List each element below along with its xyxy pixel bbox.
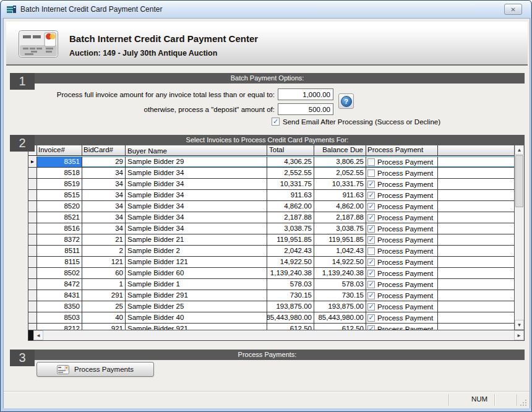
row-selector[interactable] (28, 179, 37, 189)
cell-invoice[interactable]: 8115 (37, 257, 82, 267)
header-balance-due[interactable]: Balance Due (314, 145, 366, 155)
cell-total[interactable]: 911.63 (267, 190, 314, 200)
cell-invoice[interactable]: 8431 (37, 290, 82, 301)
process-payment-checkbox[interactable]: ✓ (367, 203, 375, 210)
cell-bidcard[interactable]: 291 (82, 290, 126, 301)
cell-balance-due[interactable]: 3,806.25 (314, 157, 366, 167)
process-payment-checkbox[interactable]: ✓ (367, 292, 375, 299)
table-row[interactable]: 8511 2 Sample Bidder 2 2,042.43 1,042.43… (28, 246, 515, 257)
cell-balance-due[interactable]: 3,038.75 (314, 223, 366, 234)
cell-balance-due[interactable]: 578.03 (314, 279, 366, 290)
cell-bidcard[interactable]: 40 (82, 312, 126, 323)
process-payment-checkbox[interactable]: ✓ (367, 181, 375, 188)
cell-buyer-name[interactable]: Sample Bidder 34 (126, 190, 267, 200)
cell-invoice[interactable]: 8521 (37, 212, 82, 223)
cell-buyer-name[interactable]: Sample Bidder 25 (126, 301, 267, 312)
vertical-scrollbar[interactable]: ▲ ▼ (514, 145, 524, 330)
cell-bidcard[interactable]: 34 (82, 190, 126, 200)
deposit-amount-input[interactable] (278, 103, 333, 115)
cell-buyer-name[interactable]: Sample Bidder 34 (126, 201, 267, 212)
cell-buyer-name[interactable]: Sample Bidder 29 (126, 157, 267, 167)
row-selector[interactable] (28, 223, 37, 234)
cell-invoice[interactable]: 8511 (37, 246, 82, 256)
cell-invoice[interactable]: 8503 (37, 312, 82, 323)
process-payment-checkbox[interactable]: ✓ (367, 281, 375, 288)
cell-balance-due[interactable]: 2,187.88 (314, 212, 366, 223)
process-payments-button[interactable]: Process Payments (36, 362, 154, 377)
row-selector[interactable] (28, 268, 37, 278)
cell-total[interactable]: 119,951.85 (267, 234, 314, 245)
cell-balance-due[interactable]: 193,875.00 (314, 301, 366, 312)
cell-bidcard[interactable]: 34 (82, 179, 126, 189)
process-payment-checkbox[interactable]: ✓ (367, 170, 375, 177)
cell-bidcard[interactable]: 121 (82, 257, 126, 267)
cell-balance-due[interactable]: 10,331.75 (314, 179, 366, 189)
cell-buyer-name[interactable]: Sample Bidder 34 (126, 179, 267, 189)
cell-invoice[interactable]: 8350 (37, 301, 82, 312)
cell-invoice[interactable]: 8502 (37, 268, 82, 278)
cell-invoice[interactable]: 8519 (37, 179, 82, 189)
cell-balance-due[interactable]: 1,042.43 (314, 246, 366, 256)
cell-balance-due[interactable]: 911.63 (314, 190, 366, 200)
cell-total[interactable]: 2,042.43 (267, 246, 314, 256)
cell-total[interactable]: 10,331.75 (267, 179, 314, 189)
row-selector[interactable]: ► (28, 157, 37, 167)
row-selector[interactable] (28, 290, 37, 301)
horizontal-scrollbar[interactable]: ◄ ► (28, 330, 524, 340)
table-row[interactable]: 8431 291 Sample Bidder 291 730.15 730.15… (28, 290, 515, 301)
row-selector[interactable] (28, 234, 37, 245)
process-payment-checkbox[interactable]: ✓ (367, 314, 375, 322)
process-payment-checkbox[interactable]: ✓ (367, 236, 375, 244)
scroll-left-icon[interactable]: ◄ (33, 330, 43, 340)
cell-buyer-name[interactable]: Sample Bidder 1 (126, 279, 267, 290)
header-invoice[interactable]: Invoice# (37, 145, 82, 155)
cell-total[interactable]: 193,875.00 (267, 301, 314, 312)
cell-bidcard[interactable]: 25 (82, 301, 126, 312)
cell-bidcard[interactable]: 34 (82, 168, 126, 178)
process-payment-checkbox[interactable]: ✓ (367, 158, 375, 166)
process-payment-checkbox[interactable]: ✓ (367, 259, 375, 266)
table-row[interactable]: 8519 34 Sample Bidder 34 10,331.75 10,33… (28, 179, 515, 190)
cell-total[interactable]: 2,552.55 (267, 168, 314, 178)
cell-buyer-name[interactable]: Sample Bidder 34 (126, 168, 267, 178)
cell-balance-due[interactable]: 4,862.00 (314, 201, 366, 212)
process-payment-checkbox[interactable]: ✓ (367, 214, 375, 221)
process-payment-checkbox[interactable]: ✓ (367, 225, 375, 233)
process-payment-checkbox[interactable]: ✓ (367, 303, 375, 311)
cell-buyer-name[interactable]: Sample Bidder 34 (126, 212, 267, 223)
cell-total[interactable]: 4,862.00 (267, 201, 314, 212)
process-payment-checkbox[interactable]: ✓ (367, 270, 375, 277)
cell-total[interactable]: 2,187.88 (267, 212, 314, 223)
cell-buyer-name[interactable]: Sample Bidder 121 (126, 257, 267, 267)
cell-total[interactable]: 14,922.50 (267, 257, 314, 267)
header-buyer-name[interactable]: Buyer Name (126, 145, 267, 155)
cell-buyer-name[interactable]: Sample Bidder 34 (126, 223, 267, 234)
scroll-right-icon[interactable]: ► (514, 330, 524, 340)
cell-bidcard[interactable]: 34 (82, 223, 126, 234)
table-row[interactable]: 8350 25 Sample Bidder 25 193,875.00 193,… (28, 301, 515, 312)
cell-balance-due[interactable]: 119,951.85 (314, 234, 366, 245)
row-selector[interactable] (28, 257, 37, 267)
row-selector[interactable] (28, 279, 37, 290)
cell-bidcard[interactable]: 1 (82, 279, 126, 290)
cell-invoice[interactable]: 8372 (37, 234, 82, 245)
cell-bidcard[interactable]: 34 (82, 201, 126, 212)
cell-balance-due[interactable]: 2,052.55 (314, 168, 366, 178)
table-row[interactable]: ► 8351 29 Sample Bidder 29 4,306.25 3,80… (28, 157, 515, 168)
send-email-checkbox[interactable]: ✓ (272, 118, 280, 126)
cell-bidcard[interactable]: 34 (82, 212, 126, 223)
scroll-down-icon[interactable]: ▼ (515, 320, 524, 330)
cell-balance-due[interactable]: 1,139,240.38 (314, 268, 366, 278)
cell-balance-due[interactable]: 85,443,980.00 (314, 312, 366, 323)
table-row[interactable]: 8516 34 Sample Bidder 34 3,038.75 3,038.… (28, 223, 515, 234)
cell-invoice[interactable]: 8351 (37, 157, 82, 167)
row-selector[interactable] (28, 190, 37, 200)
cell-invoice[interactable]: 8516 (37, 223, 82, 234)
cell-balance-due[interactable]: 14,922.50 (314, 257, 366, 267)
cell-buyer-name[interactable]: Sample Bidder 60 (126, 268, 267, 278)
cell-bidcard[interactable]: 29 (82, 157, 126, 167)
row-selector[interactable] (28, 168, 37, 178)
horizontal-scroll-thumb[interactable] (28, 330, 33, 340)
cell-buyer-name[interactable]: Sample Bidder 291 (126, 290, 267, 301)
process-payment-checkbox[interactable]: ✓ (367, 247, 375, 255)
